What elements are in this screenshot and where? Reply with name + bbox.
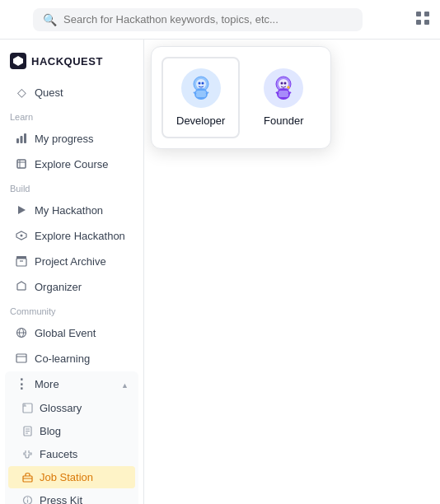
svg-rect-1	[424, 12, 429, 16]
developer-avatar	[181, 68, 221, 108]
sidebar-item-global-event[interactable]: Global Event	[5, 320, 138, 345]
glossary-icon	[21, 403, 33, 414]
sidebar-item-label: My Hackathon	[35, 204, 103, 217]
section-label-community: Community	[0, 300, 143, 320]
svg-point-39	[198, 82, 200, 85]
sidebar-item-glossary[interactable]: Glossary	[8, 397, 135, 419]
svg-rect-21	[16, 354, 26, 362]
svg-rect-3	[424, 20, 429, 25]
svg-point-40	[201, 82, 204, 85]
sidebar-item-label: Job Station	[40, 471, 93, 483]
sidebar-item-explore-hackathon[interactable]: Explore Hackathon	[5, 223, 138, 248]
sidebar-item-label: Press Kit	[40, 494, 82, 504]
section-label-build: Build	[0, 177, 143, 197]
sidebar-item-explore-course[interactable]: Explore Course	[5, 152, 138, 176]
sidebar-item-label: Blog	[40, 425, 61, 437]
founder-avatar	[264, 68, 303, 108]
grid-icon[interactable]	[415, 11, 430, 29]
project-archive-icon	[15, 254, 28, 268]
svg-rect-5	[16, 138, 19, 143]
sidebar-item-label: Global Event	[35, 327, 96, 339]
svg-point-35	[26, 497, 27, 498]
developer-label: Developer	[176, 114, 225, 127]
sidebar: HACKQUEST ◇ Quest Learn My progress	[0, 40, 144, 504]
svg-marker-4	[13, 56, 23, 66]
sidebar-item-press-kit[interactable]: Press Kit	[8, 489, 135, 504]
logo-text: HACKQUEST	[31, 55, 103, 68]
global-event-icon	[15, 326, 28, 339]
sidebar-item-label: Explore Hackathon	[35, 230, 125, 242]
sidebar-item-job-station[interactable]: Job Station	[8, 466, 135, 488]
sidebar-item-organizer[interactable]: Organizer	[5, 274, 138, 299]
svg-rect-2	[416, 20, 421, 25]
more-label: More	[35, 378, 59, 390]
svg-rect-0	[416, 12, 421, 16]
sidebar-item-label: Explore Course	[35, 158, 109, 170]
svg-rect-8	[17, 160, 26, 168]
more-chevron-icon	[121, 378, 129, 390]
press-kit-icon	[21, 495, 33, 505]
main-layout: HACKQUEST ◇ Quest Learn My progress	[0, 40, 440, 504]
more-header-left: ⋮ More	[15, 377, 59, 390]
sidebar-item-label: Organizer	[35, 281, 82, 293]
sidebar-item-label: Faucets	[40, 448, 77, 460]
blog-icon	[21, 426, 33, 437]
more-icon: ⋮	[15, 377, 28, 390]
svg-point-47	[281, 82, 283, 85]
sidebar-item-label: Quest	[35, 86, 63, 99]
founder-label: Founder	[264, 114, 303, 127]
my-hackathon-icon	[15, 203, 28, 217]
svg-point-48	[284, 82, 287, 85]
more-section: ⋮ More Glossary	[5, 371, 138, 504]
content-area: Developer	[144, 40, 440, 504]
progress-icon	[15, 132, 28, 145]
sidebar-item-quest[interactable]: ◇ Quest	[5, 80, 138, 105]
more-header[interactable]: ⋮ More	[5, 371, 138, 396]
sidebar-item-my-hackathon[interactable]: My Hackathon	[5, 198, 138, 222]
job-station-icon	[21, 472, 33, 483]
sidebar-item-co-learning[interactable]: Co-learning	[5, 346, 138, 371]
search-container: 🔍	[33, 8, 363, 31]
sidebar-item-label: Project Archive	[35, 255, 106, 268]
svg-marker-11	[18, 206, 26, 214]
explore-course-icon	[15, 157, 28, 170]
faucets-icon	[21, 449, 33, 460]
developer-card[interactable]: Developer	[161, 57, 240, 138]
topbar: 🔍	[0, 0, 440, 40]
svg-rect-15	[16, 256, 26, 259]
sidebar-item-label: Co-learning	[35, 352, 90, 365]
svg-rect-6	[21, 136, 23, 143]
sidebar-item-label: Glossary	[40, 402, 82, 414]
svg-rect-14	[16, 259, 26, 266]
section-label-learn: Learn	[0, 105, 143, 125]
sidebar-item-label: My progress	[35, 133, 94, 145]
sidebar-item-faucets[interactable]: Faucets	[8, 443, 135, 465]
search-icon: 🔍	[43, 13, 57, 26]
founder-card[interactable]: Founder	[246, 57, 321, 138]
more-sub-items: Glossary Blog	[5, 397, 138, 504]
svg-rect-50	[279, 91, 288, 97]
co-learning-icon	[15, 352, 28, 365]
organizer-icon	[15, 280, 28, 293]
role-dropdown: Developer	[151, 46, 331, 149]
search-input[interactable]	[63, 13, 353, 26]
sidebar-item-project-archive[interactable]: Project Archive	[5, 249, 138, 273]
logo-icon	[10, 53, 26, 69]
svg-rect-42	[196, 91, 206, 97]
svg-point-13	[21, 235, 23, 237]
logo[interactable]: HACKQUEST	[0, 46, 143, 79]
svg-rect-7	[24, 133, 26, 143]
sidebar-item-blog[interactable]: Blog	[8, 420, 135, 442]
sidebar-item-my-progress[interactable]: My progress	[5, 126, 138, 151]
explore-hackathon-icon	[15, 229, 28, 242]
quest-icon: ◇	[15, 86, 28, 99]
